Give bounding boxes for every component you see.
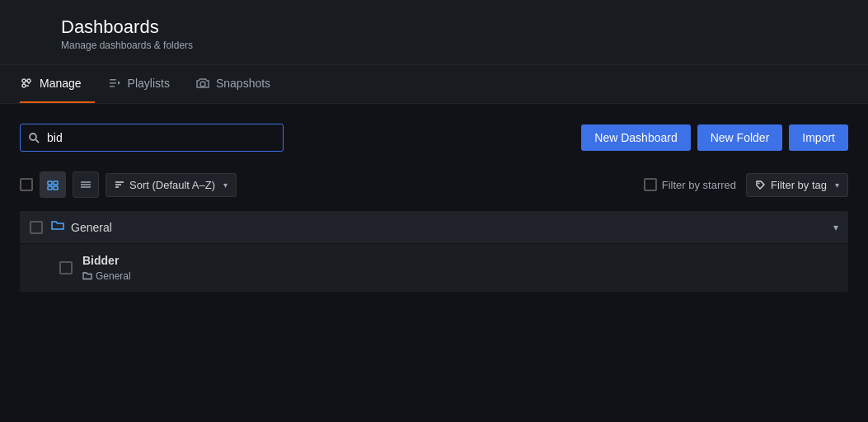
playlists-icon <box>108 77 121 90</box>
sort-icon <box>115 180 124 190</box>
new-folder-button[interactable]: New Folder <box>697 124 783 151</box>
tab-playlists-label: Playlists <box>128 77 170 90</box>
import-button[interactable]: Import <box>789 124 848 151</box>
snapshots-icon <box>196 77 209 90</box>
tab-manage[interactable]: Manage <box>20 65 95 103</box>
tab-bar: Manage Playlists Snapshots <box>0 65 868 104</box>
svg-rect-19 <box>54 181 58 185</box>
tag-icon <box>755 180 766 190</box>
filter-starred-label[interactable]: Filter by starred <box>644 178 736 191</box>
svg-rect-1 <box>37 21 48 31</box>
app-logo <box>20 19 49 49</box>
list-view-button[interactable] <box>73 171 99 198</box>
tab-playlists[interactable]: Playlists <box>95 65 183 103</box>
tab-manage-label: Manage <box>40 77 82 90</box>
svg-rect-13 <box>110 86 115 87</box>
svg-rect-12 <box>110 82 116 84</box>
page-title: Dashboards <box>61 16 193 38</box>
svg-rect-20 <box>48 186 52 190</box>
item-path-bidder: General <box>82 270 838 282</box>
folder-name-general: General <box>71 221 833 234</box>
tab-snapshots-label: Snapshots <box>216 77 270 90</box>
filter-left: Sort (Default A–Z) ▾ <box>20 171 237 198</box>
new-dashboard-button[interactable]: New Dashboard <box>581 124 690 151</box>
item-folder-icon <box>82 271 92 281</box>
folder-checkbox-general[interactable] <box>30 221 43 234</box>
svg-rect-3 <box>37 36 48 47</box>
svg-point-6 <box>22 84 26 87</box>
sort-chevron-icon: ▾ <box>223 181 228 190</box>
sort-dropdown[interactable]: Sort (Default A–Z) ▾ <box>106 173 237 197</box>
folder-icon <box>51 219 64 235</box>
folder-section: General ▾ Bidder General <box>20 211 848 292</box>
main-content: New Dashboard New Folder Import <box>0 104 868 312</box>
filter-row: Sort (Default A–Z) ▾ Filter by starred F… <box>20 165 848 204</box>
svg-rect-21 <box>54 186 58 190</box>
item-checkbox-bidder[interactable] <box>59 261 73 274</box>
search-icon <box>28 132 40 143</box>
folder-expand-icon: ▾ <box>833 222 838 233</box>
svg-point-16 <box>30 134 36 140</box>
svg-point-15 <box>200 82 205 87</box>
dashboard-item-bidder[interactable]: Bidder General <box>20 244 848 292</box>
svg-rect-2 <box>21 36 32 47</box>
search-container <box>20 124 284 152</box>
filter-tag-dropdown[interactable]: Filter by tag ▾ <box>746 173 848 197</box>
svg-point-4 <box>22 79 26 82</box>
folder-row-general[interactable]: General ▾ <box>20 211 848 243</box>
select-all-checkbox[interactable] <box>20 178 33 191</box>
toolbar: New Dashboard New Folder Import <box>20 124 848 152</box>
item-info-bidder: Bidder General <box>82 254 838 282</box>
folder-view-button[interactable] <box>40 171 66 198</box>
svg-rect-0 <box>21 21 32 31</box>
svg-point-28 <box>758 182 760 184</box>
filter-starred-checkbox[interactable] <box>644 178 657 191</box>
filter-right: Filter by starred Filter by tag ▾ <box>644 173 848 197</box>
sort-label: Sort (Default A–Z) <box>129 179 215 191</box>
svg-line-17 <box>36 140 40 143</box>
svg-rect-11 <box>110 79 116 81</box>
page-header: Dashboards Manage dashboards & folders <box>0 0 868 65</box>
tag-chevron-icon: ▾ <box>835 181 839 190</box>
svg-marker-14 <box>118 81 120 85</box>
page-subtitle: Manage dashboards & folders <box>61 40 193 51</box>
search-input[interactable] <box>20 124 284 152</box>
action-buttons: New Dashboard New Folder Import <box>581 124 848 151</box>
svg-rect-18 <box>48 181 52 185</box>
svg-point-5 <box>27 79 30 82</box>
manage-icon <box>20 77 33 90</box>
tab-snapshots[interactable]: Snapshots <box>183 65 284 103</box>
item-name-bidder: Bidder <box>82 254 838 267</box>
header-text-group: Dashboards Manage dashboards & folders <box>61 16 193 51</box>
